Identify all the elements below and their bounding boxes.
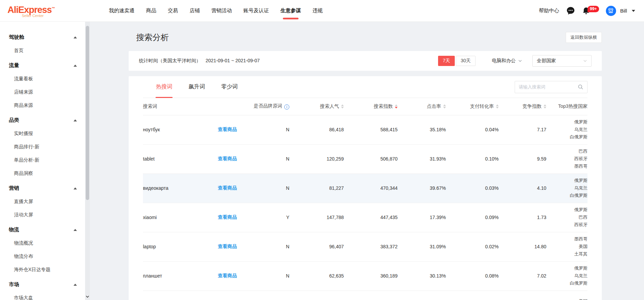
sort-up-caret: [395, 104, 398, 106]
sort-icon[interactable]: [443, 104, 446, 109]
country-name: 白俄罗斯: [546, 133, 587, 141]
action-cell: 查看商品: [218, 290, 245, 300]
sort-icon[interactable]: [341, 104, 344, 109]
view-products-link[interactable]: 查看商品: [218, 244, 237, 249]
country-name: 俄罗斯: [546, 177, 587, 184]
keyword-search-box: [515, 81, 587, 93]
view-products-link[interactable]: 查看商品: [218, 156, 237, 161]
info-icon[interactable]: i: [284, 104, 289, 110]
sidebar-item[interactable]: 单品分析-新: [9, 157, 85, 163]
sidebar-section-label: 营销: [9, 185, 19, 191]
search-index-cell: 588,415: [344, 115, 398, 144]
back-to-data-button[interactable]: 返回数据纵横: [566, 32, 602, 43]
column-label: 是否品牌原词: [254, 103, 282, 109]
sidebar-item[interactable]: 商品来源: [9, 102, 85, 109]
column-header-cvr[interactable]: 支付转化率: [446, 98, 499, 115]
sidebar-section-title[interactable]: 驾驶舱: [9, 34, 85, 40]
nav-item[interactable]: 营销活动: [211, 0, 232, 22]
ctr-cell: 17.39%: [398, 203, 446, 232]
tab[interactable]: 飙升词: [189, 76, 205, 98]
brand-word-cell: N: [245, 232, 289, 261]
nav-item[interactable]: 我的速卖通: [109, 0, 134, 22]
conversion-rate-cell: 0.04%: [446, 115, 499, 144]
user-menu[interactable]: Bill: [620, 8, 627, 14]
sort-down-caret: [443, 107, 446, 109]
nav-item[interactable]: 账号及认证: [243, 0, 269, 22]
collapse-up-icon: [74, 119, 77, 121]
sidebar: 驾驶舱首页流量流量看板店铺来源商品来源品类实时播报商品排行-新单品分析-新商品洞…: [0, 22, 85, 300]
nav-item[interactable]: 店铺: [190, 0, 200, 22]
sidebar-item[interactable]: 海外仓X日达专题: [9, 267, 85, 273]
column-header-brand[interactable]: 是否品牌原词i: [245, 98, 289, 115]
brand-word-cell: N: [245, 115, 289, 144]
search-icon[interactable]: [578, 84, 583, 90]
top3-countries-cell: 俄罗斯乌克兰白俄罗斯: [546, 173, 587, 203]
conversion-rate-cell: 0.08%: [446, 261, 499, 290]
nav-item[interactable]: 生意参谋: [280, 0, 301, 22]
top3-countries-cell: 美国巴西: [546, 290, 587, 300]
sidebar-item[interactable]: 店铺来源: [9, 89, 85, 95]
view-products-link[interactable]: 查看商品: [218, 127, 237, 132]
sidebar-item[interactable]: 物流分布: [9, 253, 85, 260]
sidebar-item[interactable]: 首页: [9, 48, 85, 54]
search-input[interactable]: [519, 84, 578, 89]
column-header-index[interactable]: 搜索指数: [344, 98, 398, 115]
column-label: 支付转化率: [470, 103, 494, 109]
column-label: 搜索词: [143, 103, 157, 109]
competition-index-cell: 4.10: [499, 173, 546, 203]
top3-countries-cell: 墨西哥美国土耳其: [546, 232, 587, 261]
column-header-ctr[interactable]: 点击率: [398, 98, 446, 115]
date-range-toggle: 7天30天: [438, 56, 476, 66]
sort-up-caret: [496, 104, 499, 106]
help-center-link[interactable]: 帮助中心: [539, 7, 559, 14]
view-products-link[interactable]: 查看商品: [218, 185, 237, 190]
search-index-cell: 506,870: [344, 144, 398, 173]
search-term-cell: keycaps: [143, 290, 218, 300]
sidebar-scrollbar-thumb[interactable]: [86, 26, 89, 200]
sort-icon[interactable]: [544, 104, 546, 109]
sidebar-item[interactable]: 活动大屏: [9, 212, 85, 218]
search-term: tablet: [143, 156, 155, 162]
sidebar-item[interactable]: 商品排行-新: [9, 144, 85, 150]
competition-index-cell: 7.02: [499, 261, 546, 290]
sidebar-section-title[interactable]: 营销: [9, 185, 85, 191]
sort-down-caret: [496, 107, 499, 109]
sort-icon[interactable]: [395, 104, 398, 109]
aliexpress-logo[interactable]: AliExpress™ Seller Center: [7, 4, 59, 18]
sidebar-item[interactable]: 商品洞察: [9, 170, 85, 177]
column-header-popularity[interactable]: 搜索人气: [289, 98, 344, 115]
competition-index-cell: 7.17: [499, 115, 546, 144]
country-select[interactable]: 全部国家: [532, 55, 592, 67]
sidebar-item[interactable]: 市场大盘: [9, 295, 85, 300]
user-chevron-down-icon[interactable]: [632, 10, 635, 12]
country-name: 乌克兰: [546, 272, 587, 280]
messages-icon[interactable]: [566, 6, 575, 15]
tab[interactable]: 热搜词: [156, 76, 172, 98]
store-avatar[interactable]: [606, 6, 616, 16]
nav-item[interactable]: 违规: [312, 0, 323, 22]
sidebar-section-title[interactable]: 品类: [9, 117, 85, 123]
sidebar-item[interactable]: 直播大屏: [9, 199, 85, 205]
sidebar-item[interactable]: 实时播报: [9, 131, 85, 137]
sidebar-section-title[interactable]: 物流: [9, 227, 85, 233]
column-header-competition[interactable]: 竞争指数: [499, 98, 546, 115]
view-products-link[interactable]: 查看商品: [218, 273, 237, 278]
sort-icon[interactable]: [496, 104, 499, 109]
range-button[interactable]: 7天: [438, 56, 455, 66]
brand-word-cell: N: [245, 290, 289, 300]
sidebar-section-title[interactable]: 流量: [9, 62, 85, 69]
conversion-rate-cell: 0.09%: [446, 203, 499, 232]
scrollbar-down-arrow-icon[interactable]: [85, 294, 90, 299]
table-row: планшет查看商品N62,635360,18930.13%0.08%7.02…: [143, 261, 587, 290]
sidebar-scrollbar-track[interactable]: [85, 22, 90, 300]
category-dropdown[interactable]: 电脑和办公: [492, 58, 522, 64]
range-button[interactable]: 30天: [456, 56, 476, 66]
sidebar-item[interactable]: 流量看板: [9, 76, 85, 82]
sidebar-item[interactable]: 物流概况: [9, 240, 85, 246]
tab[interactable]: 零少词: [221, 76, 238, 98]
nav-item[interactable]: 交易: [168, 0, 178, 22]
view-products-link[interactable]: 查看商品: [218, 214, 237, 220]
notifications-bell-icon[interactable]: 99+: [582, 6, 590, 15]
sidebar-section-title[interactable]: 市场: [9, 281, 85, 288]
nav-item[interactable]: 商品: [146, 0, 156, 22]
